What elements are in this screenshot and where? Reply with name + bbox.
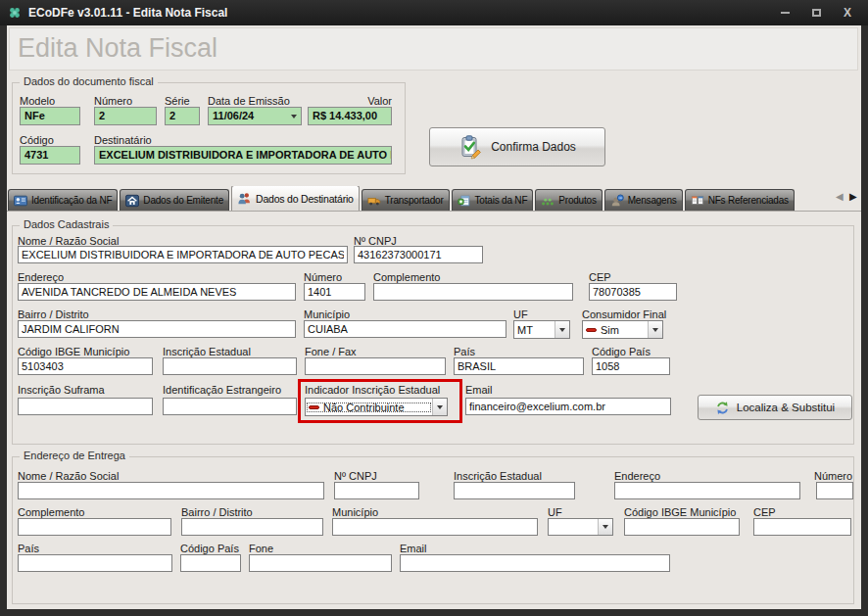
tab-label: Transportador: [385, 195, 444, 206]
cad-fone-field[interactable]: [305, 357, 446, 375]
ent-complemento-field[interactable]: [18, 518, 171, 536]
cad-email-field[interactable]: [465, 398, 671, 415]
ent-bairro-field[interactable]: [181, 518, 323, 536]
cad-ibge-field[interactable]: [18, 357, 153, 375]
confirm-clipboard-icon: [458, 134, 484, 160]
cad-endereco-field[interactable]: [18, 283, 296, 301]
ent-cep-field[interactable]: [753, 518, 851, 536]
cad-complemento-field[interactable]: [373, 283, 573, 301]
ent-nome-field[interactable]: [18, 482, 324, 499]
ent-nome-label: Nome / Razão Social: [18, 470, 119, 482]
localiza-substitui-label: Localiza & Substitui: [737, 402, 835, 413]
ent-numero-field[interactable]: [816, 482, 853, 499]
chevron-down-icon[interactable]: [555, 321, 569, 338]
dados-cadastrais-title: Dados Cadastrais: [20, 218, 113, 230]
chevron-down-icon[interactable]: [291, 115, 297, 118]
cad-consumidor-final-dropdown[interactable]: Sim: [582, 320, 663, 339]
ent-cod-pais-field[interactable]: [180, 554, 241, 572]
cad-numero-field[interactable]: [304, 283, 365, 301]
maximize-button[interactable]: [809, 7, 823, 19]
tab-identificacao-da-nf[interactable]: Identificação da NF: [8, 189, 118, 211]
cad-uf-label: UF: [513, 308, 528, 320]
documents-icon: [691, 194, 704, 208]
chevron-down-icon[interactable]: [648, 321, 662, 338]
tab-produtos[interactable]: Produtos: [535, 189, 602, 211]
endereco-entrega-title: Endereço de Entrega: [20, 450, 129, 461]
cad-uf-dropdown[interactable]: MT: [513, 320, 570, 339]
cad-pais-field[interactable]: [454, 357, 584, 375]
serie-field[interactable]: 2: [165, 107, 200, 125]
cad-suframa-field[interactable]: [18, 398, 153, 415]
cad-nome-field[interactable]: [18, 246, 348, 263]
tab-scroll-right-icon[interactable]: ▶: [849, 192, 857, 202]
ent-email-field[interactable]: [400, 554, 670, 572]
tab-totais-da-nf[interactable]: Totais da NF: [452, 189, 534, 211]
people-icon: [237, 191, 252, 206]
codigo-label: Código: [20, 134, 54, 146]
close-icon: X: [844, 7, 851, 19]
cad-consumidor-final-label: Consumidor Final: [582, 308, 666, 320]
valor-field[interactable]: R$ 14.433,00: [308, 107, 392, 125]
destinatario-field[interactable]: EXCELIUM DISTRIBUIDORA E IMPORTADORA DE …: [94, 146, 392, 165]
cad-complemento-label: Complemento: [373, 271, 440, 283]
cad-estrangeiro-field[interactable]: [163, 398, 297, 415]
tab-transportador[interactable]: Transportador: [362, 189, 450, 211]
codigo-field[interactable]: 4731: [20, 146, 80, 165]
id-card-icon: [14, 194, 27, 208]
tab-scroll-left-icon[interactable]: ◀: [836, 192, 844, 202]
totals-icon: [458, 194, 471, 208]
cad-consumidor-value: Sim: [601, 324, 619, 336]
tab-nfs-referenciadas[interactable]: NFs Referenciadas: [685, 189, 795, 211]
ent-ie-field[interactable]: [454, 482, 575, 499]
cad-pais-label: País: [454, 346, 475, 357]
doc-fiscal-group-title: Dados do documento fiscal: [20, 75, 158, 87]
tab-dados-do-emitente[interactable]: Dados do Emitente: [120, 189, 229, 211]
ent-endereco-field[interactable]: [614, 482, 800, 499]
ent-fone-field[interactable]: [249, 554, 392, 572]
cad-indicador-ie-dropdown[interactable]: Não Contribuinte: [305, 398, 448, 416]
tab-label: Totais da NF: [475, 195, 528, 206]
ent-uf-dropdown[interactable]: [548, 518, 613, 536]
cad-cod-pais-field[interactable]: [592, 357, 670, 375]
ent-uf-label: UF: [548, 506, 562, 518]
modelo-field[interactable]: NFe: [20, 107, 80, 125]
cad-email-label: Email: [465, 384, 493, 396]
ent-ie-label: Inscrição Estadual: [454, 470, 542, 482]
localiza-substitui-button[interactable]: Localiza & Substitui: [698, 395, 852, 420]
app-window: ECoDFe v3.01.11 - Edita Nota Fiscal X Ed…: [0, 0, 868, 616]
ent-municipio-field[interactable]: [332, 518, 538, 536]
chevron-down-icon[interactable]: [598, 519, 612, 535]
cad-cod-pais-label: Código País: [592, 346, 651, 357]
page-title: Edita Nota Fiscal: [18, 33, 217, 64]
cad-municipio-field[interactable]: [304, 320, 506, 338]
modelo-label: Modelo: [20, 95, 55, 107]
numero-field[interactable]: 2: [94, 107, 157, 125]
cad-cnpj-field[interactable]: [354, 246, 483, 263]
ent-numero-label: Número: [814, 470, 852, 482]
ent-bairro-label: Bairro / Distrito: [181, 506, 253, 518]
red-dash-icon: [586, 328, 597, 332]
tab-mensagens[interactable]: Mensagens: [604, 189, 683, 211]
window-content: Edita Nota Fiscal Dados do documento fis…: [7, 25, 861, 609]
refresh-arrows-icon: [715, 401, 730, 415]
cad-endereco-label: Endereço: [18, 271, 64, 283]
cad-bairro-field[interactable]: [18, 320, 296, 338]
truck-icon: [367, 194, 381, 208]
cad-municipio-label: Município: [304, 308, 350, 320]
emissao-value: 11/06/24: [213, 110, 254, 121]
tab-dados-do-destinatario[interactable]: Dados do Destinatário: [231, 186, 360, 211]
chevron-down-icon[interactable]: [432, 399, 447, 415]
confirma-dados-button[interactable]: Confirma Dados: [429, 127, 605, 166]
ent-cep-label: CEP: [753, 506, 776, 518]
ent-cnpj-field[interactable]: [334, 482, 419, 499]
cad-numero-label: Número: [304, 271, 342, 283]
ent-pais-field[interactable]: [18, 554, 172, 572]
cad-ie-field[interactable]: [163, 357, 297, 375]
emissao-date-picker[interactable]: 11/06/24: [208, 107, 302, 125]
ent-complemento-label: Complemento: [18, 506, 84, 518]
cad-cep-field[interactable]: [589, 283, 677, 301]
serie-label: Série: [165, 95, 190, 107]
minimize-button[interactable]: [778, 7, 792, 19]
ent-ibge-field[interactable]: [624, 518, 740, 536]
close-button[interactable]: X: [841, 7, 854, 19]
